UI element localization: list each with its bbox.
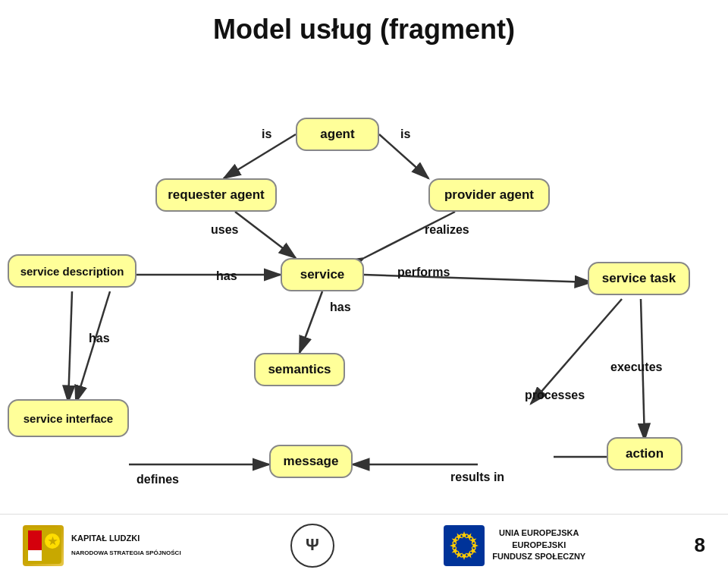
svg-text:★: ★ [48, 535, 58, 547]
svg-rect-17 [28, 530, 42, 550]
label-results-in: results in [450, 471, 504, 484]
svg-text:Ψ: Ψ [306, 535, 319, 554]
footer: ★ KAPITAŁ LUDZKI NARODOWA STRATEGIA SPÓJ… [0, 514, 728, 576]
diagram-area: agent requester agent provider agent ser… [0, 53, 728, 524]
footer-logo-pb: Ψ [290, 523, 335, 568]
box-provider-agent: provider agent [428, 178, 550, 212]
svg-line-2 [224, 134, 296, 178]
label-uses: uses [211, 223, 238, 237]
svg-line-4 [235, 212, 296, 258]
eu-flag-svg [444, 525, 485, 566]
label-defines: defines [136, 473, 179, 486]
svg-line-7 [300, 291, 322, 353]
page-title: Model usług (fragment) [0, 0, 728, 46]
footer-logo-kl: ★ KAPITAŁ LUDZKI NARODOWA STRATEGIA SPÓJ… [23, 525, 181, 566]
label-performs: performs [397, 266, 450, 279]
kl-text: KAPITAŁ LUDZKI NARODOWA STRATEGIA SPÓJNO… [71, 533, 181, 558]
svg-line-9 [76, 291, 110, 402]
box-message: message [269, 445, 353, 478]
label-has2: has [330, 301, 351, 314]
label-processes: processes [525, 389, 585, 402]
footer-logo-eu: UNIA EUROPEJSKA EUROPEJSKI FUNDUSZ SPOŁE… [444, 525, 585, 566]
box-service-description: service description [8, 254, 136, 288]
box-service: service [281, 258, 364, 291]
svg-line-8 [68, 291, 72, 402]
label-is-right: is [400, 127, 410, 141]
box-semantics: semantics [254, 353, 345, 386]
box-service-task: service task [588, 262, 690, 295]
label-is-left: is [262, 127, 271, 141]
box-service-interface: service interface [8, 399, 129, 437]
page-number: 8 [695, 534, 705, 557]
box-agent: agent [296, 118, 379, 151]
box-requester-agent: requester agent [155, 178, 277, 212]
pb-logo-svg: Ψ [290, 523, 335, 568]
label-executes: executes [610, 360, 663, 374]
eu-text: UNIA EUROPEJSKA EUROPEJSKI FUNDUSZ SPOŁE… [492, 527, 585, 562]
kl-badge: ★ [23, 525, 64, 566]
svg-rect-18 [28, 550, 42, 561]
box-action: action [607, 437, 682, 471]
label-realizes: realizes [425, 223, 469, 237]
label-has3: has [89, 332, 110, 345]
label-has1: has [216, 269, 237, 283]
